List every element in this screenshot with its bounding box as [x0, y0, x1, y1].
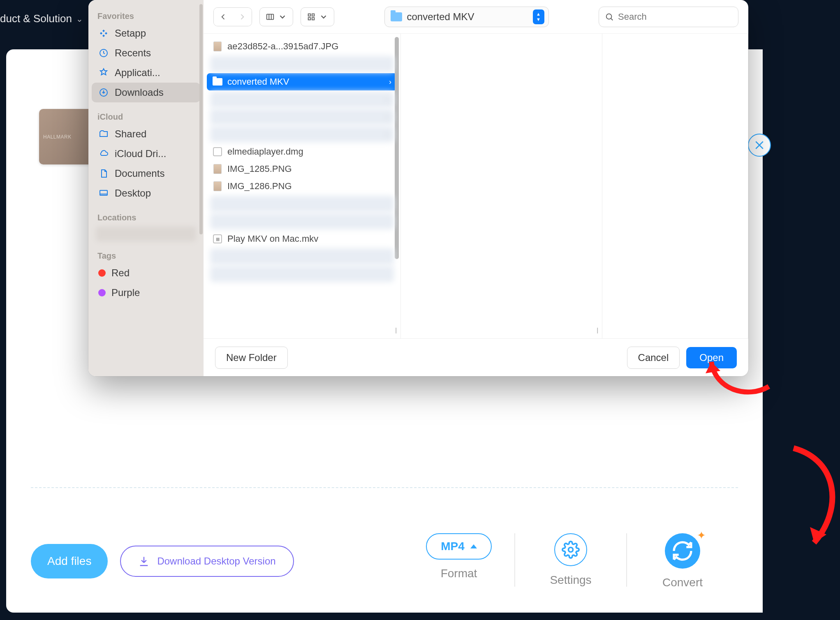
sidebar-tag-red[interactable]: Red [92, 263, 200, 283]
add-files-button[interactable]: Add files [31, 544, 108, 578]
image-file-icon [213, 164, 222, 174]
settings-icon-circle[interactable] [554, 533, 587, 566]
sidebar-item-recents[interactable]: Recents [92, 43, 200, 63]
file-column-1: || ae23d852-a...3915ad7.JPGconverted MKV… [204, 34, 401, 338]
redacted-file-row [210, 196, 394, 212]
sidebar-item-label: Recents [115, 47, 151, 59]
file-row[interactable]: converted MKV› [207, 73, 397, 90]
downloads-icon [98, 87, 109, 98]
download-icon [138, 555, 150, 567]
svg-rect-6 [312, 14, 315, 16]
sidebar-item-desktop[interactable]: Desktop [92, 183, 200, 203]
sidebar-tag-purple[interactable]: Purple [92, 283, 200, 303]
sidebar-item-icloud-drive[interactable]: iCloud Dri... [92, 144, 200, 164]
svg-point-0 [569, 548, 573, 552]
download-desktop-label: Download Desktop Version [157, 555, 275, 567]
tag-dot-icon [98, 269, 106, 277]
file-name: ae23d852-a...3915ad7.JPG [227, 41, 391, 52]
format-action[interactable]: MP4 Format [403, 533, 514, 580]
format-label: Format [441, 567, 477, 580]
file-row[interactable]: IMG_1286.PNG [207, 178, 397, 195]
settings-label: Settings [550, 574, 591, 587]
folder-icon [213, 77, 222, 87]
view-columns-button[interactable] [259, 7, 293, 26]
sidebar-item-label: Purple [111, 287, 140, 298]
separator [31, 487, 738, 488]
group-by-button[interactable] [301, 7, 334, 26]
tag-dot-icon [98, 289, 106, 296]
setapp-icon [98, 28, 109, 39]
search-field[interactable] [599, 7, 738, 27]
finder-footer: New Folder Cancel Open [204, 338, 748, 376]
icloud-header: iCloud [92, 110, 200, 124]
path-selector[interactable]: converted MKV ▲▼ [384, 7, 549, 27]
convert-action[interactable]: ✦ Convert [627, 533, 738, 589]
search-icon [605, 12, 614, 21]
back-button[interactable] [214, 8, 233, 26]
favorites-header: Favorites [92, 9, 200, 23]
sidebar-item-label: iCloud Dri... [115, 148, 166, 160]
file-name: IMG_1285.PNG [227, 164, 391, 174]
sidebar-item-shared[interactable]: Shared [92, 124, 200, 144]
bottom-bar: Add files Download Desktop Version MP4 F… [31, 530, 738, 592]
cancel-button[interactable]: Cancel [627, 347, 680, 369]
chevron-down-icon: ⌄ [76, 14, 83, 24]
svg-point-9 [606, 14, 612, 19]
redacted-file-row [210, 213, 394, 229]
sidebar-item-label: Shared [115, 128, 146, 140]
file-name: converted MKV [227, 76, 384, 87]
column-resize-handle[interactable]: || [597, 327, 602, 337]
sidebar-item-label: Desktop [115, 187, 151, 199]
finder-main: converted MKV ▲▼ || ae23d852-a...3915ad7… [204, 0, 748, 376]
annotation-arrow-convert [769, 444, 840, 559]
file-row[interactable]: ▦Play MKV on Mac.mkv [207, 230, 397, 248]
column-resize-handle[interactable]: || [395, 327, 401, 337]
clock-icon [98, 48, 109, 58]
sidebar-item-label: Red [111, 267, 130, 279]
new-folder-button[interactable]: New Folder [215, 347, 288, 369]
file-column-3 [602, 34, 748, 338]
file-name: Play MKV on Mac.mkv [227, 234, 391, 244]
nav-back-forward [213, 7, 252, 26]
nav-label: duct & Solution [0, 12, 72, 25]
forward-button[interactable] [233, 8, 252, 26]
background-nav-fragment: duct & Solution ⌄ [0, 12, 83, 25]
grid-icon [307, 12, 316, 21]
image-file-icon [213, 181, 222, 191]
path-stepper-icon[interactable]: ▲▼ [533, 9, 544, 24]
shared-folder-icon [98, 129, 109, 139]
sidebar-item-setapp[interactable]: Setapp [92, 23, 200, 43]
triangle-up-icon [470, 544, 477, 548]
file-row[interactable]: elmediaplayer.dmg [207, 143, 397, 160]
sidebar-item-documents[interactable]: Documents [92, 164, 200, 183]
columns-icon [266, 12, 275, 21]
settings-action[interactable]: Settings [515, 533, 626, 587]
convert-button[interactable]: ✦ [665, 533, 700, 569]
file-row[interactable]: ae23d852-a...3915ad7.JPG [207, 38, 397, 55]
file-row[interactable]: IMG_1285.PNG [207, 160, 397, 178]
finder-body: || ae23d852-a...3915ad7.JPGconverted MKV… [204, 34, 748, 338]
image-file-icon [213, 42, 222, 51]
svg-rect-7 [308, 17, 311, 20]
sidebar-item-label: Applicati... [115, 67, 160, 79]
column-scrollbar[interactable] [395, 37, 399, 259]
redacted-file-row [210, 91, 394, 108]
format-pill[interactable]: MP4 [426, 533, 492, 560]
sidebar-item-applications[interactable]: Applicati... [92, 63, 200, 83]
download-desktop-button[interactable]: Download Desktop Version [120, 546, 294, 577]
path-label: converted MKV [407, 11, 528, 23]
video-file-icon: ▦ [213, 234, 222, 244]
file-name: elmediaplayer.dmg [227, 146, 391, 157]
sidebar-item-downloads[interactable]: Downloads [92, 83, 200, 102]
sidebar-item-label: Setapp [115, 28, 146, 39]
search-input[interactable] [618, 12, 732, 22]
refresh-icon [671, 539, 694, 562]
desktop-icon [98, 188, 109, 199]
locations-header: Locations [92, 211, 200, 225]
chevron-right-icon: › [389, 78, 391, 86]
file-open-dialog: Favorites Setapp Recents Applicati... Do… [88, 0, 748, 376]
svg-rect-5 [308, 14, 311, 16]
sidebar-scrollbar[interactable] [199, 4, 203, 234]
remove-item-button[interactable] [748, 134, 771, 157]
open-button[interactable]: Open [686, 347, 737, 368]
